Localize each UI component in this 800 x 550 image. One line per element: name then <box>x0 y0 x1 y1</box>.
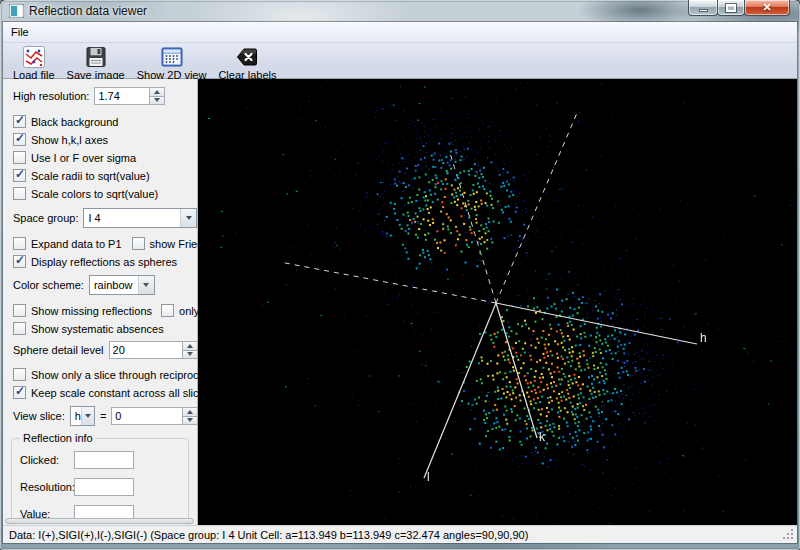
scale-colors-checkbox[interactable] <box>13 187 26 200</box>
view-slice-axis-combobox[interactable]: h <box>70 406 95 426</box>
color-scheme-combobox[interactable]: rainbow <box>89 275 155 295</box>
expand-p1-label: Expand data to P1 <box>31 238 122 250</box>
high-resolution-row: High resolution: <box>13 87 197 105</box>
maximize-button[interactable] <box>717 0 745 16</box>
reflection-info-title: Reflection info <box>20 432 96 444</box>
settings-panel: High resolution: Black background Show h… <box>3 79 198 525</box>
expand-p1-checkbox[interactable] <box>13 237 26 250</box>
i-over-sigma-checkbox[interactable] <box>13 151 26 164</box>
resolution-input[interactable] <box>74 478 134 496</box>
show-2d-view-button[interactable]: Show 2D view <box>131 44 213 82</box>
resolution-row: Resolution: <box>20 478 180 496</box>
clicked-label: Clicked: <box>20 454 74 466</box>
sphere-detail-row: Sphere detail level <box>13 341 197 359</box>
color-scheme-row: Color scheme: rainbow <box>13 275 197 295</box>
i-over-sigma-label: Use I or F over sigma <box>31 152 136 164</box>
systematic-absences-checkbox[interactable] <box>13 322 26 335</box>
high-resolution-spinner[interactable] <box>150 87 165 105</box>
view-slice-equals-label: = <box>100 410 106 422</box>
black-background-label: Black background <box>31 116 118 128</box>
missing-only-label: only <box>179 305 199 317</box>
save-image-icon <box>84 45 108 69</box>
window-title: Reflection data viewer <box>29 4 147 18</box>
black-background-row: Black background <box>13 115 197 128</box>
keep-scale-row: Keep scale constant across all slices <box>13 386 197 399</box>
systematic-absences-label: Show systematic absences <box>31 323 164 335</box>
sphere-detail-spinner[interactable] <box>183 341 198 359</box>
scale-colors-label: Scale colors to sqrt(value) <box>31 188 158 200</box>
axis-label-h: h <box>700 331 707 345</box>
friedel-pairs-checkbox[interactable] <box>132 237 145 250</box>
color-scheme-label: Color scheme: <box>13 279 84 291</box>
display-spheres-label: Display reflections as spheres <box>31 256 177 268</box>
top-band: File Load file <box>3 22 797 79</box>
scale-radii-label: Scale radii to sqrt(value) <box>31 170 150 182</box>
axis-label-l: l <box>427 470 430 484</box>
close-icon: ✕ <box>762 1 771 14</box>
space-group-dropdown-arrow-icon <box>180 209 196 227</box>
display-spheres-checkbox[interactable] <box>13 255 26 268</box>
toolbar: Load file Save image <box>3 43 797 79</box>
show-missing-label: Show missing reflections <box>31 305 152 317</box>
app-icon <box>9 4 24 18</box>
reflection-3d-viewport: h k l <box>198 79 797 525</box>
sphere-detail-input[interactable] <box>109 341 183 359</box>
space-group-value: I 4 <box>88 212 100 224</box>
load-file-icon <box>22 45 46 69</box>
show-axes-label: Show h,k,l axes <box>31 134 108 146</box>
color-scheme-value: rainbow <box>94 279 133 291</box>
sphere-detail-label: Sphere detail level <box>13 344 104 356</box>
space-group-label: Space group: <box>13 212 78 224</box>
menu-bar: File <box>3 22 797 43</box>
display-spheres-row: Display reflections as spheres <box>13 255 197 268</box>
keep-scale-label: Keep scale constant across all slices <box>31 387 210 399</box>
status-text: Data: I(+),SIGI(+),I(-),SIGI(-) (Space g… <box>9 529 528 541</box>
color-scheme-dropdown-arrow-icon <box>138 276 154 294</box>
show-axes-row: Show h,k,l axes <box>13 133 197 146</box>
view-slice-label: View slice: <box>13 410 65 422</box>
high-resolution-label: High resolution: <box>13 90 89 102</box>
missing-only-checkbox[interactable] <box>161 304 174 317</box>
maximize-icon <box>726 4 736 12</box>
axis-label-k: k <box>539 430 545 444</box>
scale-colors-row: Scale colors to sqrt(value) <box>13 187 197 200</box>
title-bar[interactable]: Reflection data viewer ✕ <box>0 0 800 22</box>
save-image-button[interactable]: Save image <box>61 44 131 82</box>
app-window: Reflection data viewer ✕ File <box>0 0 800 550</box>
status-bar: Data: I(+),SIGI(+),I(-),SIGI(-) (Space g… <box>3 525 797 543</box>
clear-labels-button[interactable]: Clear labels <box>212 44 282 82</box>
view-slice-spinner[interactable] <box>183 407 198 425</box>
close-button[interactable]: ✕ <box>744 0 790 16</box>
show-missing-checkbox[interactable] <box>13 304 26 317</box>
scale-radii-checkbox[interactable] <box>13 169 26 182</box>
i-over-sigma-row: Use I or F over sigma <box>13 151 197 164</box>
space-group-combobox[interactable]: I 4 <box>83 208 197 228</box>
resize-grip[interactable] <box>782 528 795 541</box>
view-slice-input[interactable] <box>111 407 183 425</box>
resolution-label: Resolution: <box>20 481 74 493</box>
clear-labels-icon <box>235 45 259 69</box>
client-area: File Load file <box>3 22 797 543</box>
panel-horizontal-scrollbar[interactable] <box>5 518 194 524</box>
expand-p1-row: Expand data to P1 show Friedel pairs <box>13 237 197 250</box>
clicked-input[interactable] <box>74 451 134 469</box>
keep-scale-checkbox[interactable] <box>13 386 26 399</box>
show-axes-checkbox[interactable] <box>13 133 26 146</box>
high-resolution-input[interactable] <box>94 87 150 105</box>
black-background-checkbox[interactable] <box>13 115 26 128</box>
menu-file[interactable]: File <box>3 23 37 41</box>
window-controls: ✕ <box>689 0 790 16</box>
scale-radii-row: Scale radii to sqrt(value) <box>13 169 197 182</box>
slice-only-checkbox[interactable] <box>13 368 26 381</box>
minimize-icon <box>699 9 708 12</box>
reflection-scatter-canvas[interactable] <box>198 79 797 528</box>
slice-only-row: Show only a slice through reciprocal spa… <box>13 368 197 381</box>
systematic-absences-row: Show systematic absences <box>13 322 197 335</box>
view-slice-row: View slice: h = <box>13 406 197 426</box>
view-slice-dropdown-arrow-icon <box>81 407 94 425</box>
show-2d-view-icon <box>160 45 184 69</box>
load-file-button[interactable]: Load file <box>7 44 61 82</box>
show-missing-row: Show missing reflections only <box>13 304 197 317</box>
space-group-row: Space group: I 4 <box>13 208 197 228</box>
minimize-button[interactable] <box>688 0 718 16</box>
